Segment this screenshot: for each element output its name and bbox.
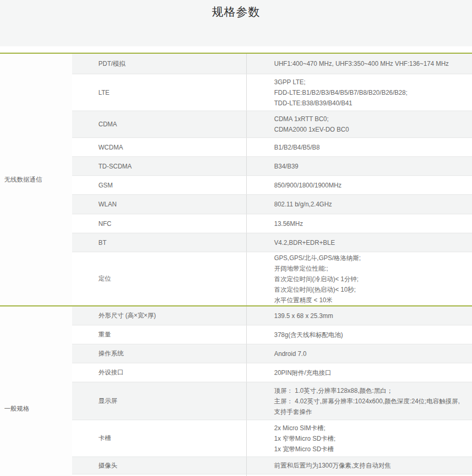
param-cell: 外形尺寸 (高×宽×厚) (72, 306, 246, 325)
param-cell: 外设接口 (72, 363, 246, 382)
value-line: 首次定位时间(冷启动)< 1分钟; (274, 274, 469, 284)
value-cell: 802.11 b/g/n,2.4GHz (246, 195, 472, 214)
param-cell: WLAN (72, 195, 246, 214)
header-bottom-strip (0, 46, 472, 53)
value-cell: 139.5 x 68 x 25.3mm (246, 306, 472, 325)
param-cell: 卡槽 (72, 420, 246, 457)
value-line: 3GPP LTE; (274, 77, 469, 87)
table-row: PDT/模拟UHF1:400~470 MHz, UHF3:350~400 MHz… (72, 54, 472, 74)
value-line: 802.11 b/g/n,2.4GHz (274, 199, 469, 210)
param-cell: 重量 (72, 325, 246, 344)
value-line: 1x 窄带Micro SD卡槽; (274, 433, 469, 444)
table-row: 卡槽2x Micro SIM卡槽;1x 窄带Micro SD卡槽;1x 宽带Mi… (72, 420, 472, 457)
table-row: NFC13.56MHz (72, 214, 472, 233)
table-row: 摄像头前置和后置均为1300万像素,支持自动对焦 (72, 457, 472, 474)
spec-table: 无线数据通信PDT/模拟UHF1:400~470 MHz, UHF3:350~4… (0, 53, 472, 476)
table-row: 显示屏顶屏： 1.0英寸,分辨率128x88,颜色:黑白；主屏： 4.02英寸,… (72, 382, 472, 420)
param-label: WLAN (98, 201, 117, 208)
param-label: 定位 (98, 274, 111, 283)
value-line: GPS,GPS/北斗,GPS/格洛纳斯; (274, 253, 469, 263)
value-line: 13.56MHz (274, 219, 469, 229)
value-line: CDMA 1xRTT BC0; (274, 114, 469, 124)
param-label: CDMA (98, 121, 117, 128)
value-line: 水平位置精度 < 10米 (274, 295, 469, 305)
value-cell: CDMA 1xRTT BC0;CDMA2000 1xEV-DO BC0 (246, 111, 472, 137)
param-cell: WCDMA (72, 138, 246, 156)
spec-section: 一般规格外形尺寸 (高×宽×厚)139.5 x 68 x 25.3mm重量378… (0, 306, 472, 476)
category-cell: 无线数据通信 (0, 54, 72, 305)
value-cell: Android 7.0 (246, 344, 472, 363)
table-row: 操作系统Android 7.0 (72, 344, 472, 363)
value-line: 378g(含天线和标配电池) (274, 330, 469, 340)
value-cell: V4.2,BDR+EDR+BLE (246, 233, 472, 252)
value-line: B34/B39 (274, 161, 469, 172)
param-cell: 摄像头 (72, 457, 246, 474)
param-label: 外设接口 (98, 368, 124, 377)
section-rows: 外形尺寸 (高×宽×厚)139.5 x 68 x 25.3mm重量378g(含天… (72, 306, 472, 476)
table-row: TD-SCDMAB34/B39 (72, 156, 472, 175)
page-header: 规格参数 (0, 0, 472, 46)
param-label: 摄像头 (98, 461, 117, 470)
page-root: 规格参数 无线数据通信PDT/模拟UHF1:400~470 MHz, UHF3:… (0, 0, 472, 476)
param-label: NFC (98, 220, 112, 227)
table-row: WLAN802.11 b/g/n,2.4GHz (72, 194, 472, 214)
page-title: 规格参数 (212, 0, 260, 20)
table-row: GSM850/900/1800/1900MHz (72, 175, 472, 194)
value-line: B1/B2/B4/B5/B8 (274, 142, 469, 153)
param-cell: PDT/模拟 (72, 54, 246, 74)
value-line: 20PIN附件/充电接口 (274, 368, 469, 378)
value-cell: 前置和后置均为1300万像素,支持自动对焦 (246, 457, 472, 474)
category-cell: 一般规格 (0, 306, 72, 476)
table-row: 重量378g(含天线和标配电池) (72, 325, 472, 344)
value-cell: 13.56MHz (246, 214, 472, 233)
value-line: 139.5 x 68 x 25.3mm (274, 311, 469, 321)
table-row-continuation (72, 474, 472, 476)
value-line: 开阔地带定位性能:; (274, 263, 469, 274)
value-line: TDD-LTE:B38/B39/B40/B41 (274, 98, 469, 108)
param-label: GSM (98, 182, 113, 189)
value-cell: 顶屏： 1.0英寸,分辨率128x88,颜色:黑白；主屏： 4.02英寸,屏幕分… (246, 382, 472, 420)
table-row: 外形尺寸 (高×宽×厚)139.5 x 68 x 25.3mm (72, 306, 472, 325)
param-label: 显示屏 (98, 396, 117, 405)
value-line: 前置和后置均为1300万像素,支持自动对焦 (274, 460, 469, 471)
table-row: 定位GPS,GPS/北斗,GPS/格洛纳斯;开阔地带定位性能:;首次定位时间(冷… (72, 252, 472, 305)
value-line: Android 7.0 (274, 349, 469, 359)
value-cell: B1/B2/B4/B5/B8 (246, 138, 472, 156)
table-row: BTV4.2,BDR+EDR+BLE (72, 233, 472, 252)
value-line: 首次定位时间(热启动)< 10秒; (274, 284, 469, 295)
value-line: 1x 宽带Micro SD卡槽 (274, 444, 469, 454)
value-line: CDMA2000 1xEV-DO BC0 (274, 124, 469, 135)
spec-section: 无线数据通信PDT/模拟UHF1:400~470 MHz, UHF3:350~4… (0, 54, 472, 305)
param-label: BT (98, 239, 106, 246)
param-cell: GSM (72, 176, 246, 194)
param-cell: 定位 (72, 252, 246, 305)
param-label: LTE (98, 89, 109, 96)
param-cell: TD-SCDMA (72, 157, 246, 175)
value-cell: 378g(含天线和标配电池) (246, 325, 472, 344)
param-cell: 显示屏 (72, 382, 246, 420)
value-line: 支持手套操作 (274, 406, 469, 417)
category-label: 无线数据通信 (4, 175, 42, 184)
param-label: 卡槽 (98, 434, 111, 443)
section-rows: PDT/模拟UHF1:400~470 MHz, UHF3:350~400 MHz… (72, 54, 472, 305)
param-label: 操作系统 (98, 349, 124, 358)
table-row: WCDMAB1/B2/B4/B5/B8 (72, 137, 472, 156)
value-line: FDD-LTE:B1/B2/B3/B4/B5/B7/B8/B20/B26/B28… (274, 87, 469, 98)
param-label: PDT/模拟 (98, 60, 125, 68)
table-row: 外设接口20PIN附件/充电接口 (72, 363, 472, 382)
param-cell: CDMA (72, 111, 246, 137)
param-cell: 操作系统 (72, 344, 246, 363)
table-row: CDMACDMA 1xRTT BC0;CDMA2000 1xEV-DO BC0 (72, 111, 472, 137)
value-cell: 3GPP LTE;FDD-LTE:B1/B2/B3/B4/B5/B7/B8/B2… (246, 74, 472, 111)
value-line: 850/900/1800/1900MHz (274, 180, 469, 191)
value-line: 2x Micro SIM卡槽; (274, 423, 469, 433)
param-cell: NFC (72, 214, 246, 233)
value-line: UHF1:400~470 MHz, UHF3:350~400 MHz VHF:1… (274, 58, 469, 69)
param-label: 外形尺寸 (高×宽×厚) (98, 311, 156, 320)
value-line: 主屏： 4.02英寸,屏幕分辨率:1024x600,颜色深度:24位;电容触摸屏… (274, 396, 469, 406)
param-cell: BT (72, 233, 246, 252)
value-cell: 2x Micro SIM卡槽;1x 窄带Micro SD卡槽;1x 宽带Micr… (246, 420, 472, 457)
table-row: LTE3GPP LTE;FDD-LTE:B1/B2/B3/B4/B5/B7/B8… (72, 74, 472, 111)
value-cell: 20PIN附件/充电接口 (246, 363, 472, 382)
value-line: V4.2,BDR+EDR+BLE (274, 237, 469, 248)
